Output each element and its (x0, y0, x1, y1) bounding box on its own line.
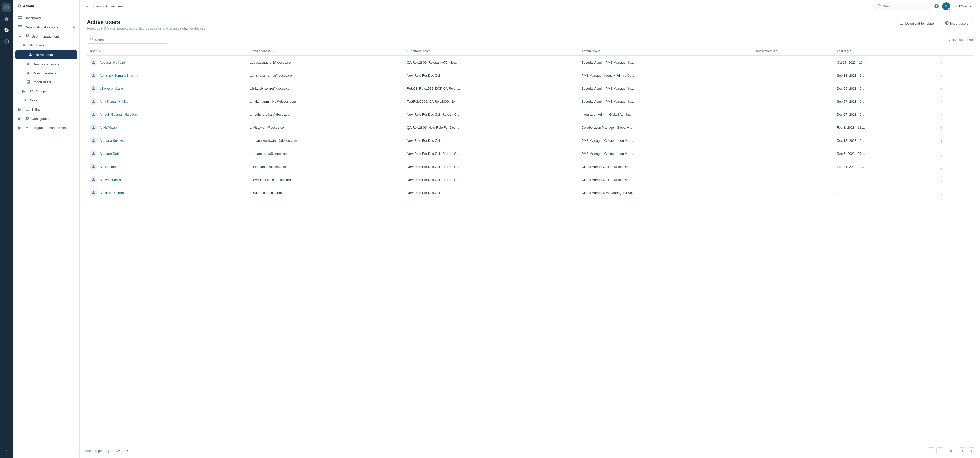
col-login[interactable]: Last login ↑ (834, 47, 935, 56)
cell-menu-3[interactable]: ⋮ (935, 95, 973, 108)
col-user-sort-icon[interactable]: ⇅ (99, 50, 100, 53)
row-menu-button-9[interactable]: ⋮ (939, 177, 945, 183)
sidebar-item-guest-members-label: Guest members (33, 71, 56, 75)
col-login-sort-icon[interactable]: ↑ (853, 50, 854, 53)
import-users-button[interactable]: Import users (941, 19, 973, 28)
row-menu-button-1[interactable]: ⋮ (939, 72, 945, 78)
cell-email-10: b.kuiters@decos.com (247, 186, 404, 199)
cell-auth-9: - (752, 173, 834, 186)
back-button[interactable]: ← (85, 4, 89, 9)
user-avatar-1 (90, 72, 97, 79)
download-template-button[interactable]: Download template (896, 19, 938, 28)
sidebar-item-user-management[interactable]: ▼ User management (13, 32, 80, 41)
col-email-sort-icon[interactable]: ⇅ (272, 50, 274, 53)
next-page-button[interactable]: › (959, 447, 966, 455)
table-row: Ashwini Shelke ashwini.shelke@decos.com … (87, 173, 973, 186)
topbar-gear-button[interactable] (934, 3, 939, 9)
user-avatar-9 (90, 176, 97, 183)
svg-point-7 (26, 34, 27, 36)
cell-menu-4[interactable]: ⋮ (935, 108, 973, 121)
table-search-icon (90, 38, 94, 41)
sidebar-item-users[interactable]: ▼ Users (13, 41, 80, 50)
user-name-8[interactable]: Ashish Tank (100, 165, 118, 169)
table-search-box[interactable] (87, 35, 169, 44)
svg-point-17 (24, 100, 24, 101)
user-name-9[interactable]: Ashwini Shelke (100, 178, 122, 182)
user-name-6[interactable]: Archana Kushwaha (100, 139, 129, 142)
user-name-0[interactable]: Abbasali Nathani (100, 61, 124, 64)
cell-roles-6: New Role For Doc Coll (404, 134, 579, 147)
svg-rect-1 (20, 16, 22, 17)
user-avatar-4 (90, 111, 97, 118)
sidebar-item-org-settings[interactable]: Organizational settings ▶ (13, 22, 80, 32)
col-user[interactable]: User ⇅ (87, 47, 247, 56)
cell-auth-0: - (752, 56, 834, 69)
user-avatar-0 (90, 59, 97, 66)
prev-page-button[interactable]: ‹ (936, 447, 943, 455)
sidebar-item-integration-label: Integration management (32, 126, 68, 130)
expand-rail-button[interactable]: » (2, 446, 11, 455)
user-name-1[interactable]: Abhishek Sumant Sharma (100, 73, 138, 77)
cell-menu-0[interactable]: ⋮ (935, 56, 973, 69)
row-menu-button-8[interactable]: ⋮ (939, 163, 945, 170)
cell-login-10: ... (834, 186, 935, 199)
user-name-5[interactable]: Ankit Ajwani (100, 126, 118, 129)
sidebar-item-groups[interactable]: ▶ Groups (13, 86, 80, 96)
svg-rect-2 (18, 18, 20, 19)
cell-user-4: Amogh Gajanan Hardikar (87, 108, 247, 121)
cell-menu-6[interactable]: ⋮ (935, 134, 973, 147)
cell-login-3: Sep 27, 2023 - 0... (834, 95, 935, 108)
sidebar-item-import-users[interactable]: Import users (13, 78, 80, 86)
pagination-bar: Records per page 102550100 « ‹ 1 of 3 › … (80, 443, 980, 458)
row-menu-button-10[interactable]: ⋮ (939, 190, 945, 196)
sidebar-item-active-users[interactable]: Active users (15, 50, 77, 59)
cell-roles-0: QA Role2809, Rolesanity79, New... (404, 56, 579, 69)
settings-icon[interactable] (2, 26, 11, 35)
user-name-7[interactable]: Arindam Datta (100, 152, 121, 156)
table-search-input[interactable] (95, 38, 165, 41)
logo-icon[interactable] (2, 3, 11, 12)
row-menu-button-5[interactable]: ⋮ (939, 124, 945, 131)
sidebar-item-configuration[interactable]: ▶ Configuration (13, 114, 80, 123)
sidebar: ⚙ Admin Dashboard (13, 0, 80, 458)
sidebar-item-users-label: Users (36, 43, 45, 47)
global-search-input[interactable] (883, 4, 928, 8)
row-menu-button-2[interactable]: ⋮ (939, 85, 945, 91)
sidebar-item-integration[interactable]: ▶ Integration management (13, 123, 80, 132)
cell-menu-5[interactable]: ⋮ (935, 121, 973, 134)
col-email[interactable]: Email address ⇅ (247, 47, 404, 56)
global-search-box[interactable] (875, 3, 931, 10)
cell-roles-5: QA Role2809, New Role For Doc ... (404, 121, 579, 134)
table-row: Abbasali Nathani abbasali.nathani@decos.… (87, 56, 973, 69)
row-menu-button-3[interactable]: ⋮ (939, 98, 945, 104)
topbar-user[interactable]: SU Sunil Gowda ▾ (942, 2, 975, 11)
row-menu-button-0[interactable]: ⋮ (939, 59, 945, 65)
cell-menu-1[interactable]: ⋮ (935, 69, 973, 82)
layers-icon[interactable] (2, 37, 11, 46)
last-page-button[interactable]: » (968, 447, 975, 455)
sidebar-collapse-button[interactable]: « (13, 450, 80, 458)
cell-login-4: Dec 27, 2023 - 0... (834, 108, 935, 121)
home-icon[interactable] (2, 14, 11, 24)
sidebar-item-guest-members[interactable]: Guest members (13, 69, 80, 78)
cell-menu-7[interactable]: ⋮ (935, 147, 973, 160)
sidebar-item-roles[interactable]: Roles (13, 96, 80, 105)
cell-menu-8[interactable]: ⋮ (935, 160, 973, 173)
user-name-2[interactable]: ajinkya bhakare (100, 86, 123, 91)
user-name-10[interactable]: Bastiaan Kuiters (100, 191, 124, 195)
sidebar-item-billing[interactable]: ▶ Billing (13, 105, 80, 114)
cell-menu-9[interactable]: ⋮ (935, 173, 973, 186)
per-page-select[interactable]: 102550100 (114, 447, 129, 455)
first-page-button[interactable]: « (928, 447, 935, 455)
row-menu-button-4[interactable]: ⋮ (939, 112, 945, 118)
row-menu-button-7[interactable]: ⋮ (939, 150, 945, 156)
cell-menu-10[interactable]: ⋮ (935, 186, 973, 199)
topbar-right: SU Sunil Gowda ▾ (875, 2, 975, 11)
row-menu-button-6[interactable]: ⋮ (939, 137, 945, 144)
user-name-4[interactable]: Amogh Gajanan Hardikar (100, 113, 137, 116)
breadcrumb-parent[interactable]: Users (93, 4, 102, 8)
cell-menu-2[interactable]: ⋮ (935, 82, 973, 95)
sidebar-item-deactivated-users[interactable]: Deactivated users (13, 60, 80, 69)
sidebar-item-dashboard[interactable]: Dashboard (13, 13, 80, 22)
user-name-3[interactable]: Amit Kumar Mithiya (100, 100, 129, 104)
